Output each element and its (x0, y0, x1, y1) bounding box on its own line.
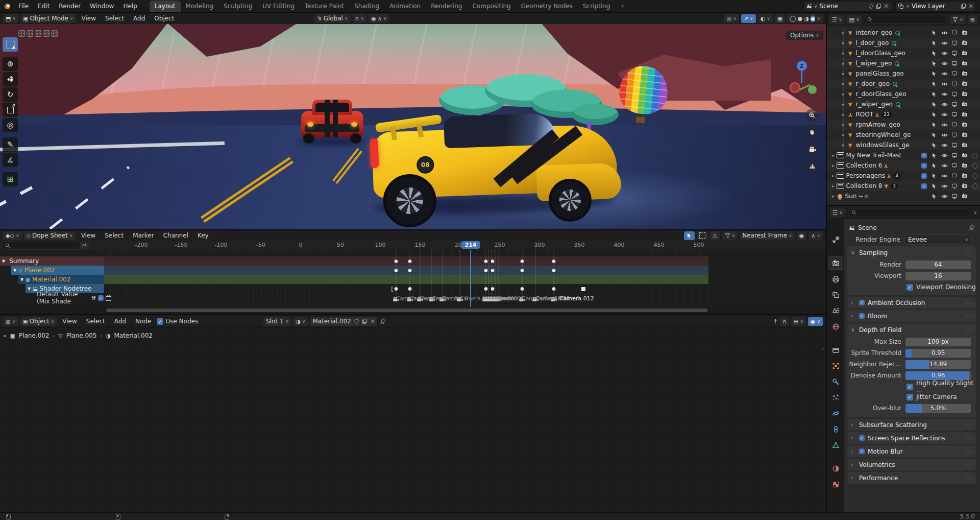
outliner-row[interactable]: ▸ Collection 6 ✓ (827, 160, 980, 171)
breadcrumb-object[interactable]: Plane.002 (19, 332, 50, 339)
options-dropdown-icon[interactable]: ∨ (973, 210, 977, 215)
channel-enable-checkbox[interactable]: ✓ (98, 295, 104, 301)
render-disable-toggle[interactable] (960, 142, 970, 148)
expand-arrow-icon[interactable]: ▸ (842, 30, 845, 35)
viewport-disable-toggle[interactable] (949, 70, 960, 77)
keyframe[interactable] (394, 268, 399, 273)
expand-arrow-icon[interactable]: ▼ (13, 268, 16, 273)
expand-arrow-icon[interactable]: ▸ (842, 61, 845, 66)
hide-eye-toggle[interactable] (939, 111, 949, 118)
transform-orientation-dropdown[interactable]: ↯Global∨ (314, 14, 350, 23)
gizmo-y-axis[interactable] (808, 85, 817, 94)
hide-eye-toggle[interactable] (939, 70, 949, 77)
slider-field[interactable]: 100 px (905, 338, 971, 346)
workspace-tab[interactable]: Texture Paint (300, 1, 349, 12)
preview-shading-toggle[interactable]: ◉∨ (808, 317, 823, 326)
panel-header[interactable]: ›✓Bloom∷∷ (847, 310, 976, 322)
view-layer-selector[interactable]: ∨ View Layer ✕ (895, 1, 976, 11)
hide-eye-toggle[interactable] (939, 101, 949, 108)
hide-eye-toggle[interactable] (939, 152, 949, 159)
viewport-disable-toggle[interactable] (949, 142, 960, 148)
checkbox[interactable]: ✓ (906, 394, 913, 400)
panel-header[interactable]: ›✓Screen Space Reflections∷∷ (847, 432, 976, 444)
selectable-toggle[interactable] (929, 183, 939, 189)
dopesheet-scrollbar[interactable] (0, 307, 826, 314)
workspace-tab[interactable]: Modeling (181, 1, 219, 12)
workspace-tab[interactable]: Geometry Nodes (516, 1, 578, 12)
tool-button[interactable] (3, 72, 18, 86)
render-disable-toggle[interactable] (960, 81, 970, 87)
render-disable-toggle[interactable] (960, 162, 970, 169)
material-shading-icon[interactable]: ◑ (804, 15, 809, 22)
expand-arrow-icon[interactable]: ▸ (842, 71, 845, 76)
tab-scene-properties[interactable] (828, 304, 843, 317)
unlink-icon[interactable]: ✕ (370, 318, 375, 325)
viewport-disable-toggle[interactable] (949, 81, 960, 87)
render-disable-toggle[interactable] (960, 183, 970, 189)
properties-search-input[interactable] (848, 208, 970, 217)
sidebar-collapse-icon[interactable]: ‹ (822, 345, 824, 352)
slot-dropdown[interactable]: Slot 1∨ (263, 317, 291, 326)
menu-select[interactable]: Select (102, 14, 128, 23)
workspace-tab[interactable]: Animation (384, 1, 426, 12)
hide-eye-toggle[interactable] (939, 132, 949, 138)
hide-eye-toggle[interactable] (939, 91, 949, 98)
render-disable-toggle[interactable] (960, 91, 970, 97)
keyframe[interactable] (484, 259, 488, 264)
keyframe[interactable] (552, 287, 556, 291)
new-copy-icon[interactable] (876, 4, 881, 9)
drag-grip-icon[interactable]: ∷∷ (966, 250, 972, 255)
menu-select[interactable]: Select (83, 317, 109, 326)
checkbox[interactable]: ✓ (906, 384, 913, 390)
tab-physics-properties[interactable] (828, 407, 843, 419)
drag-grip-icon[interactable]: ∷∷ (966, 436, 972, 441)
dopesheet-channel[interactable]: ▼ Plane.002 (11, 266, 104, 275)
keyframe[interactable] (407, 287, 412, 291)
render-disable-toggle[interactable] (960, 101, 970, 107)
tool-button[interactable] (3, 118, 18, 132)
selectable-toggle[interactable] (929, 143, 939, 148)
hide-eye-toggle[interactable] (939, 81, 949, 87)
pan-hand-button[interactable] (805, 126, 819, 139)
menu-object[interactable]: Object (151, 14, 178, 23)
expand-arrow-icon[interactable]: ▼ (20, 277, 23, 282)
tab-material-properties[interactable] (828, 462, 843, 475)
panel-header[interactable]: ›✓Ambient Occlusion∷∷ (847, 297, 976, 309)
outliner-row[interactable]: ▸ interior_geo (827, 28, 980, 38)
outliner-row[interactable]: ▸ Collection 8 3 ✓ (827, 181, 980, 191)
expand-arrow-icon[interactable]: ▸ (832, 153, 835, 158)
fake-user-shield-icon[interactable] (354, 319, 359, 324)
collection-checkbox[interactable]: ✓ (921, 183, 927, 189)
hide-eye-toggle[interactable] (939, 60, 949, 67)
selectable-toggle[interactable] (929, 112, 939, 117)
collection-toggle-icon[interactable] (43, 30, 50, 37)
keyframe[interactable] (394, 287, 399, 291)
keyframe[interactable] (490, 287, 495, 291)
render-disable-toggle[interactable] (960, 50, 970, 56)
outliner-row[interactable]: ▸ l_door_geo (827, 38, 980, 48)
tab-collection-properties[interactable] (828, 344, 843, 356)
new-collection-button[interactable]: ⊞ (968, 15, 977, 24)
tab-modifier-properties[interactable] (828, 375, 843, 388)
keyframe[interactable] (520, 268, 524, 273)
wireframe-shading-icon[interactable]: ◯ (790, 15, 796, 22)
menu-view[interactable]: View (59, 317, 80, 326)
outliner-row[interactable]: ▸ l_wiper_geo (827, 58, 980, 68)
snap-mode-dropdown[interactable]: Nearest Frame∨ (740, 231, 795, 240)
viewport-disable-toggle[interactable] (949, 40, 960, 46)
shader-node-canvas[interactable]: ▸ ▣ Plane.002 › ▽ Plane.005 › ◑ Material… (0, 328, 826, 512)
dopesheet-mode-dropdown[interactable]: ◇Dope Sheet∨ (24, 231, 76, 240)
hide-eye-toggle[interactable] (939, 50, 949, 57)
go-to-parent-icon[interactable]: ↑ (773, 318, 778, 325)
panel-checkbox[interactable]: ✓ (859, 435, 865, 441)
tab-constraint-properties[interactable] (828, 423, 843, 435)
outliner-row[interactable]: ▸ rpmArrow_geo (827, 120, 980, 130)
selectable-toggle[interactable] (929, 122, 939, 128)
slider-field[interactable]: 14.89 (905, 360, 971, 369)
render-disable-toggle[interactable] (960, 132, 970, 138)
viewport-disable-toggle[interactable] (949, 91, 960, 97)
pivot-point-dropdown[interactable]: ◎∨ (724, 14, 739, 23)
browse-material-button[interactable]: ◑∨ (293, 317, 308, 326)
selectable-toggle[interactable] (929, 61, 939, 66)
menu-view[interactable]: View (78, 14, 100, 23)
